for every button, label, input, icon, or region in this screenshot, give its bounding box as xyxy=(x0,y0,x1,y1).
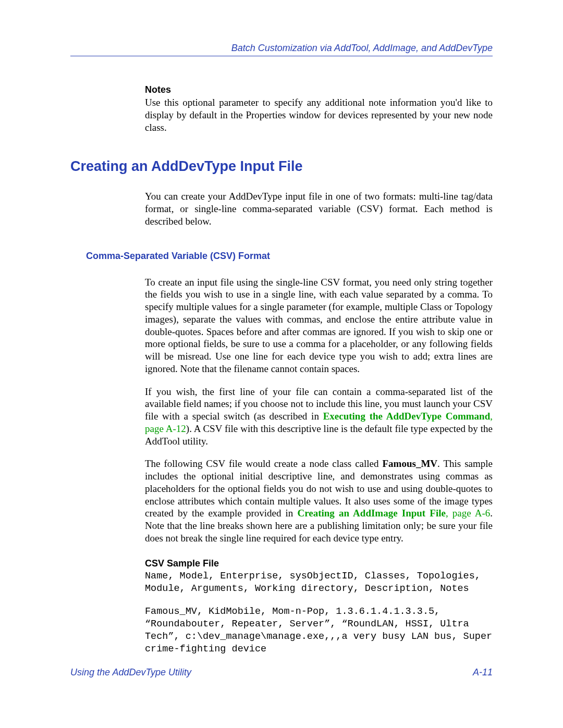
intro-paragraph: You can create your AddDevType input fil… xyxy=(145,190,493,227)
notes-block: Notes Use this optional parameter to spe… xyxy=(145,84,493,133)
csv-p3-text-a: The following CSV file would create a no… xyxy=(145,458,383,469)
csv-paragraph-2: If you wish, the first line of your file… xyxy=(145,386,493,448)
csv-paragraph-1: To create an input file using the single… xyxy=(145,276,493,375)
page-footer: Using the AddDevType Utility A-11 xyxy=(70,667,493,678)
page-container: Batch Customization via AddTool, AddImag… xyxy=(0,0,563,728)
notes-body: Use this optional parameter to specify a… xyxy=(145,96,493,133)
csv-section: To create an input file using the single… xyxy=(145,276,493,656)
running-header: Batch Customization via AddTool, AddImag… xyxy=(70,43,493,54)
csv-p2-text-b: ). A CSV file with this descriptive line… xyxy=(145,423,493,447)
csv-sample-line1: Name, Model, Enterprise, sysObjectID, Cl… xyxy=(145,570,493,595)
link-creating-addimage-page[interactable]: , page A-6 xyxy=(446,508,490,519)
section-heading-h2: Comma-Separated Variable (CSV) Format xyxy=(86,251,493,262)
famous-mv-name: Famous_MV xyxy=(383,458,438,469)
csv-sample-line2: Famous_MV, KidMobile, Mom-n-Pop, 1.3.6.1… xyxy=(145,606,493,656)
csv-sample-heading: CSV Sample File xyxy=(145,558,493,569)
section-heading-h1: Creating an AddDevType Input File xyxy=(70,158,493,175)
footer-page-number: A-11 xyxy=(473,667,493,678)
notes-heading: Notes xyxy=(145,84,493,95)
header-rule xyxy=(70,56,493,56)
footer-left: Using the AddDevType Utility xyxy=(70,667,191,678)
link-executing-adddevtype[interactable]: Executing the AddDevType Command xyxy=(323,411,491,422)
link-creating-addimage[interactable]: Creating an AddImage Input File xyxy=(297,508,445,519)
csv-paragraph-3: The following CSV file would create a no… xyxy=(145,458,493,544)
